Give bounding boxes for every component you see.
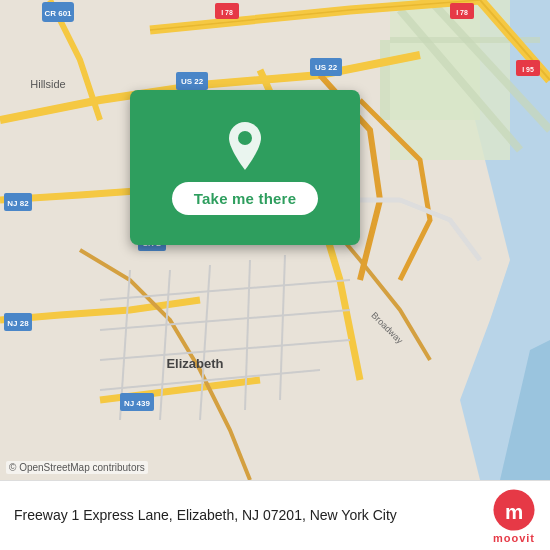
svg-text:US 22: US 22 [181,77,204,86]
svg-text:m: m [505,499,523,522]
svg-text:Hillside: Hillside [30,78,65,90]
moovit-logo: m moovit [492,488,536,544]
map-copyright: © OpenStreetMap contributors [6,461,148,474]
svg-text:I 78: I 78 [456,9,468,16]
svg-text:CR 601: CR 601 [44,9,72,18]
svg-point-43 [238,131,252,145]
moovit-text: moovit [493,532,535,544]
svg-text:NJ 439: NJ 439 [124,399,150,408]
svg-text:US 22: US 22 [315,63,338,72]
moovit-icon: m [492,488,536,532]
map-container: CR 601 I 78 US 22 US 22 I 78 I 95 NJ 27 … [0,0,550,480]
address-text: Freeway 1 Express Lane, Elizabeth, NJ 07… [14,506,480,526]
location-card[interactable]: Take me there [130,90,360,245]
svg-text:NJ 28: NJ 28 [7,319,29,328]
info-bar: Freeway 1 Express Lane, Elizabeth, NJ 07… [0,480,550,550]
take-me-there-button[interactable]: Take me there [172,182,318,215]
svg-text:NJ 82: NJ 82 [7,199,29,208]
svg-text:Elizabeth: Elizabeth [166,356,223,371]
location-pin-icon [224,120,266,172]
svg-text:I 78: I 78 [221,9,233,16]
svg-text:I 95: I 95 [522,66,534,73]
